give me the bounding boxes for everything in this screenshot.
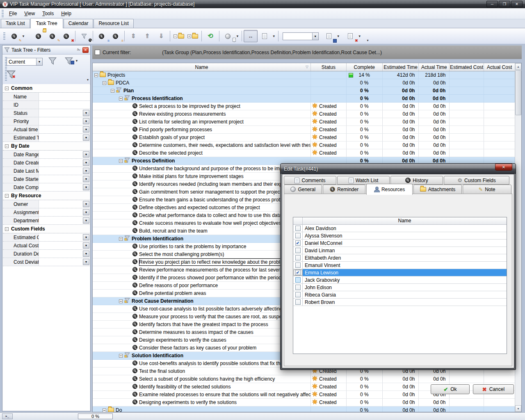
resource-checkbox-cell[interactable] <box>293 225 303 232</box>
menu-view[interactable]: View <box>21 9 39 18</box>
resource-checkbox[interactable] <box>295 226 301 231</box>
filter-field-dropdown[interactable]: ▼ <box>83 251 89 257</box>
layout-select[interactable]: ▼ <box>283 32 319 40</box>
dialog-tab-resources[interactable]: Resources <box>366 184 413 195</box>
resource-checkbox[interactable] <box>295 255 301 260</box>
apply-filter-button[interactable] <box>48 57 57 65</box>
filter-field-value[interactable] <box>39 183 83 191</box>
filter-field-dropdown[interactable]: ▼ <box>83 184 89 190</box>
panel-overflow-caret[interactable]: ▾ <box>87 78 89 82</box>
folder-row[interactable]: Do0 %0d 0h0d 0h <box>93 406 515 412</box>
scrollbar-thumb[interactable] <box>515 70 521 115</box>
filter-field-value[interactable] <box>39 233 83 241</box>
filter-field-value[interactable] <box>39 175 83 183</box>
resource-row-john-edison[interactable]: John Edison <box>293 284 507 291</box>
export-button[interactable] <box>221 30 235 42</box>
folder-row[interactable]: Projects14 %412d 0h218d 18h <box>93 71 515 79</box>
folder-row[interactable]: PDCA0 %0d 0h0d 0h <box>93 79 515 87</box>
task-row[interactable]: Find poorly performing processesCreated0… <box>93 126 515 134</box>
task-row[interactable]: Review existing process measurementsCrea… <box>93 110 515 118</box>
column-header-actual-time[interactable]: Actual Time <box>419 63 450 71</box>
columns-dropdown-caret[interactable]: ▼ <box>272 34 276 38</box>
resource-checkbox[interactable]: ✔ <box>295 270 301 275</box>
column-header-estimated-time[interactable]: Estimated Time <box>383 63 419 71</box>
filter-field-value[interactable] <box>39 217 83 224</box>
resource-row-emma-lewison[interactable]: ✔Emma Lewison <box>293 269 507 276</box>
column-header-actual-cost[interactable]: Actual Cost <box>484 63 515 71</box>
filter-section-by-date[interactable]: −By Date <box>3 142 90 151</box>
resource-checkbox-cell[interactable]: ✔ <box>293 269 303 276</box>
tab-resource-list[interactable]: Resource List <box>94 19 133 28</box>
collapse-box-icon[interactable]: − <box>5 87 9 90</box>
tab-task-tree[interactable]: Task Tree <box>30 18 63 28</box>
resource-row-david-linman[interactable]: David Linman <box>293 247 507 254</box>
tab-task-list[interactable]: Task List <box>1 19 30 28</box>
filter-field-dropdown[interactable]: ▼ <box>83 168 89 174</box>
tab-calendar[interactable]: Calendar <box>64 19 94 28</box>
collapse-box-icon[interactable]: − <box>5 144 9 148</box>
filter-panel-close-button[interactable]: ✕ <box>82 47 89 53</box>
save-layout-caret[interactable]: ▼ <box>336 34 341 38</box>
resource-checkbox-cell[interactable] <box>293 262 303 269</box>
task-row[interactable]: Select a subset of possible solutions ha… <box>93 375 515 383</box>
minimize-button[interactable]: ─ <box>486 1 498 7</box>
filter-field-value[interactable] <box>39 167 83 175</box>
scroll-down-button[interactable]: ▼ <box>515 405 521 412</box>
filter-field-dropdown[interactable]: ▼ <box>83 110 89 116</box>
filter-field-value[interactable] <box>39 109 83 117</box>
filter-field-dropdown[interactable]: ▼ <box>83 217 89 224</box>
filter-section-custom-fields[interactable]: −Custom Fields <box>3 225 90 233</box>
resource-checkbox[interactable]: ✔ <box>295 240 301 246</box>
resource-checkbox[interactable] <box>295 262 301 268</box>
dialog-tab-comments[interactable]: Comments <box>284 176 336 185</box>
filter-tasks-button[interactable] <box>77 30 91 42</box>
pin-icon[interactable]: ✁ <box>77 47 81 52</box>
delete-layout-caret[interactable]: ▼ <box>357 34 362 38</box>
group-row[interactable]: Plan0 %0d 0h0d 0h <box>93 87 515 95</box>
save-filter-button[interactable]: ▼ <box>65 57 79 65</box>
filter-field-dropdown[interactable]: ▼ <box>83 135 89 141</box>
resource-row-alex-davidson[interactable]: Alex Davidson <box>293 225 507 232</box>
filter-field-dropdown[interactable]: ▼ <box>83 209 89 215</box>
filter-preset-caret[interactable]: ▼ <box>36 58 42 65</box>
dialog-tab-reminder[interactable]: Reminder <box>323 185 365 194</box>
column-header-name[interactable]: Name▽ <box>93 63 311 71</box>
filter-field-value[interactable] <box>39 93 90 100</box>
move-down-button[interactable]: ⇓ <box>154 30 168 42</box>
dialog-tab-note[interactable]: ✎Note <box>463 185 511 194</box>
resource-checkbox-cell[interactable] <box>293 232 303 239</box>
expand-collapse-box[interactable] <box>119 354 123 358</box>
filter-field-value[interactable] <box>39 250 83 258</box>
scroll-up-button[interactable]: ▲ <box>515 63 521 70</box>
resource-checkbox-cell[interactable] <box>293 284 303 291</box>
resource-row-alyssa-stivenson[interactable]: Alyssa Stivenson <box>293 232 507 240</box>
expand-collapse-box[interactable] <box>119 237 123 241</box>
resource-row-jack-grabovsky[interactable]: Jack Grabovsky <box>293 276 507 284</box>
edit-task-button[interactable]: ✎ <box>46 30 59 42</box>
new-task-button[interactable]: ✎ <box>7 30 21 42</box>
resource-checkbox[interactable] <box>295 248 301 253</box>
group-row[interactable]: Process Identification0 %0d 0h0d 0h <box>93 95 515 103</box>
task-row[interactable]: List criteria for selecting an improveme… <box>93 118 515 126</box>
column-header-estimated-cost[interactable]: Estimated Cost <box>450 63 484 71</box>
expand-collapse-box[interactable] <box>119 159 123 163</box>
filter-field-dropdown[interactable]: ▼ <box>83 151 89 158</box>
new-task-dropdown-caret[interactable]: ▼ <box>21 34 26 38</box>
task-row[interactable]: Determine customers, their needs, expect… <box>93 142 515 149</box>
resource-checkbox-cell[interactable] <box>293 299 303 306</box>
filter-field-value[interactable] <box>39 200 83 208</box>
dialog-tab-custom-fields[interactable]: ⚙Custom Fields <box>444 176 509 185</box>
dialog-tab-attachments[interactable]: Attachments <box>413 185 461 194</box>
task-row[interactable]: Describe the selected projectCreated0 %0… <box>93 149 515 157</box>
ok-button[interactable]: ✔ Ok <box>431 384 470 394</box>
expand-collapse-box[interactable] <box>103 409 106 412</box>
filter-preset-select[interactable]: Current ▼ <box>7 58 43 66</box>
filter-field-value[interactable] <box>39 117 83 125</box>
resource-checkbox-cell[interactable] <box>293 247 303 254</box>
filter-field-value[interactable] <box>39 126 83 133</box>
menu-tools[interactable]: Tools <box>39 9 57 18</box>
fit-columns-toggle[interactable]: ↔ <box>244 30 258 42</box>
filter-field-dropdown[interactable]: ▼ <box>83 201 89 207</box>
filter-field-value[interactable] <box>39 159 83 167</box>
move-up-button[interactable]: ⇑ <box>140 30 154 42</box>
